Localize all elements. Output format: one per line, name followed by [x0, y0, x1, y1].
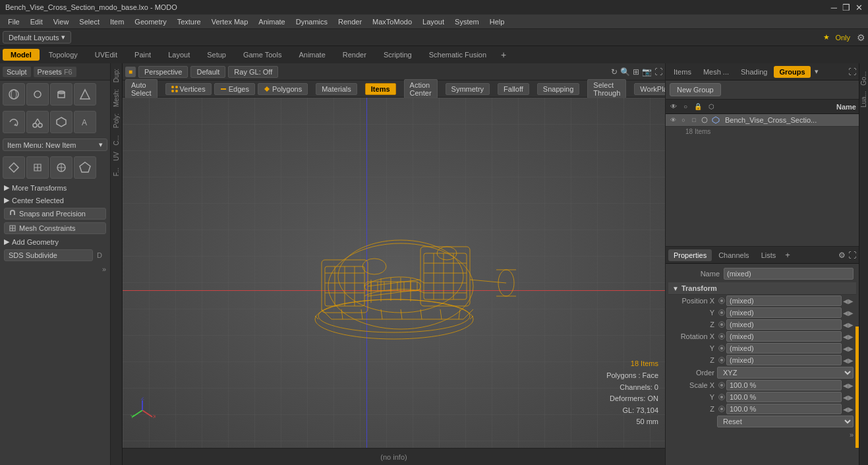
settings-icon[interactable]: ⚙	[857, 32, 865, 43]
tab-mesh[interactable]: Mesh ...	[698, 66, 734, 78]
rot-y-dot[interactable]	[718, 345, 725, 352]
expand-panel-icon[interactable]: ⛶	[848, 67, 856, 77]
sds-subdivide-btn[interactable]: SDS Subdivide	[4, 249, 93, 261]
lock-icon[interactable]: □	[689, 115, 699, 125]
pos-y-dot[interactable]	[718, 309, 725, 316]
expand-icon[interactable]: ⛶	[848, 251, 856, 260]
order-select[interactable]: XYZ	[717, 367, 854, 379]
scale-y-input[interactable]	[726, 392, 842, 402]
tab-lists[interactable]: Lists	[756, 249, 782, 261]
menu-item-item[interactable]: Item	[105, 16, 129, 27]
tab-properties[interactable]: Properties	[668, 249, 712, 261]
rot-y-arrow[interactable]: ◀▶	[843, 345, 854, 352]
tab-shading[interactable]: Shading	[736, 66, 772, 78]
menu-item-dynamics[interactable]: Dynamics	[291, 16, 333, 27]
sculpt-button[interactable]: Sculpt	[3, 67, 31, 77]
reset-select[interactable]: Reset	[717, 416, 854, 427]
transform-section[interactable]: ▼ Transform	[668, 282, 856, 295]
tool-shape[interactable]	[50, 111, 72, 133]
tool-rotate[interactable]	[3, 111, 25, 133]
camera-icon[interactable]: 📷	[642, 67, 652, 77]
tab-items[interactable]: Items	[668, 66, 697, 78]
tool-tab-render[interactable]: Render	[335, 49, 374, 61]
pos-y-arrow[interactable]: ◀▶	[843, 309, 854, 317]
default-layouts-dropdown[interactable]: Default Layouts ▾	[3, 31, 71, 44]
geo-icon[interactable]	[700, 115, 709, 125]
pos-z-dot[interactable]	[718, 321, 725, 328]
tab-groups[interactable]: Groups	[774, 66, 810, 78]
items-btn[interactable]: Items	[365, 83, 396, 95]
snapping-btn[interactable]: Snapping	[537, 83, 580, 95]
menu-item-vertex map[interactable]: Vertex Map	[206, 16, 254, 27]
add-tab-btn[interactable]: +	[785, 250, 790, 260]
tool-tab-animate[interactable]: Animate	[291, 49, 333, 61]
eye-icon[interactable]: 👁	[668, 115, 678, 125]
col-eye-btn[interactable]: 👁	[668, 102, 679, 111]
rot-z-arrow[interactable]: ◀▶	[843, 357, 854, 364]
rotation-x-input[interactable]	[726, 331, 842, 342]
settings-icon[interactable]: ⚙	[838, 251, 846, 260]
rotate-view-icon[interactable]: ↻	[611, 67, 618, 77]
position-z-input[interactable]	[726, 319, 842, 330]
menu-item-maxtomodo[interactable]: MaxToModo	[367, 16, 417, 27]
scale-z-arrow[interactable]: ◀▶	[843, 406, 854, 413]
menu-item-render[interactable]: Render	[333, 16, 367, 27]
tool-text[interactable]: A	[74, 111, 96, 133]
col-lock-btn[interactable]: 🔒	[692, 102, 704, 111]
tool-tab-uvedit[interactable]: UVEdit	[87, 49, 125, 61]
rot-x-dot[interactable]	[718, 333, 725, 340]
menu-item-select[interactable]: Select	[74, 16, 105, 27]
add-geometry-section[interactable]: ▶ Add Geometry	[0, 235, 110, 248]
side-tab-f[interactable]: F...	[111, 165, 121, 179]
workplane-btn[interactable]: WorkPlane	[634, 83, 665, 95]
close-btn[interactable]: ✕	[855, 3, 863, 13]
mesh-constraints-btn[interactable]: Mesh Constraints	[4, 222, 106, 234]
rotation-y-input[interactable]	[726, 343, 842, 354]
menu-item-geometry[interactable]: Geometry	[129, 16, 171, 27]
minimize-btn[interactable]: ─	[831, 3, 837, 13]
col-geo-btn[interactable]: ⬡	[707, 102, 716, 111]
menu-item-edit[interactable]: Edit	[25, 16, 48, 27]
tool-mesh1[interactable]	[3, 156, 25, 179]
pos-x-dot[interactable]	[718, 297, 725, 304]
menu-item-animate[interactable]: Animate	[253, 16, 290, 27]
tab-arrow[interactable]: ▾	[815, 67, 819, 76]
vertices-btn[interactable]: Vertices	[165, 83, 212, 95]
side-tab-lue[interactable]: Lua...	[859, 88, 868, 110]
action-center-btn[interactable]: Action Center	[404, 79, 438, 99]
maximize-btn[interactable]: ❒	[842, 3, 850, 13]
render-icon[interactable]: ○	[679, 115, 688, 125]
menu-item-texture[interactable]: Texture	[172, 16, 206, 27]
pos-x-arrow[interactable]: ◀▶	[843, 297, 854, 305]
scale-y-arrow[interactable]: ◀▶	[843, 394, 854, 401]
menu-item-system[interactable]: System	[449, 16, 484, 27]
viewport-canvas[interactable]: 18 Items Polygons : Face Channels: 0 Def…	[123, 98, 665, 448]
tool-sphere[interactable]	[3, 83, 25, 106]
rotation-z-input[interactable]	[726, 355, 842, 365]
side-tab-mesh[interactable]: Mesh:	[111, 86, 121, 109]
nav-group-row[interactable]: 👁 ○ □ Bench_Vise_Cross_Sectio...	[666, 114, 859, 127]
expand-btn[interactable]: »	[0, 263, 110, 276]
position-y-input[interactable]	[726, 307, 842, 318]
scale-x-dot[interactable]	[718, 382, 725, 388]
tool-tab-scripting[interactable]: Scripting	[376, 49, 420, 61]
scale-z-input[interactable]	[726, 404, 842, 414]
add-tab-btn[interactable]: +	[496, 48, 511, 61]
rot-z-dot[interactable]	[718, 357, 725, 363]
polygons-btn[interactable]: Polygons	[258, 83, 308, 95]
tool-cylinder[interactable]	[50, 83, 72, 106]
tool-capsule[interactable]	[26, 83, 49, 106]
viewport-toggle-btn[interactable]: ■	[125, 67, 136, 77]
ray-gl-btn[interactable]: Ray GL: Off	[228, 66, 278, 78]
expand-view-icon[interactable]: ⛶	[654, 67, 662, 77]
select-through-btn[interactable]: Select Through	[587, 79, 626, 99]
menu-item-view[interactable]: View	[48, 16, 74, 27]
zoom-icon[interactable]: 🔍	[620, 67, 630, 77]
tool-tab-topology[interactable]: Topology	[41, 49, 86, 61]
perspective-btn[interactable]: Perspective	[138, 66, 188, 78]
symmetry-btn[interactable]: Symmetry	[446, 83, 490, 95]
snaps-precision-btn[interactable]: Snaps and Precision	[4, 208, 106, 220]
rot-x-arrow[interactable]: ◀▶	[843, 333, 854, 340]
tool-tab-game-tools[interactable]: Game Tools	[235, 49, 290, 61]
item-menu-dropdown[interactable]: Item Menu: New Item ▾	[3, 139, 107, 151]
